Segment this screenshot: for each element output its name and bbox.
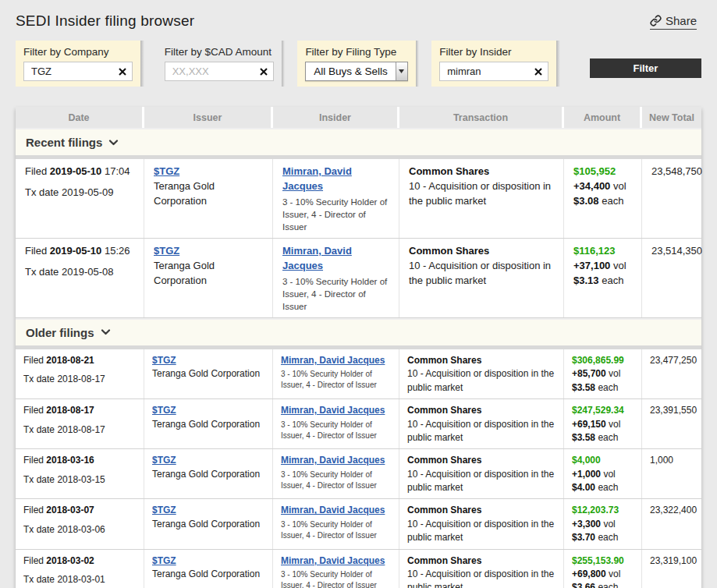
insider-role: 3 - 10% Security Holder of Issuer, 4 - D… <box>281 519 391 541</box>
filed-line: Filed 2018-03-07 <box>23 504 136 517</box>
issuer-name: Teranga Gold Corporation <box>152 418 264 431</box>
amount-value: $4,000 <box>572 454 634 467</box>
insider-link[interactable]: Mimran, David Jacques <box>281 355 385 366</box>
new-total-value: 23,514,350 <box>651 244 692 259</box>
clear-amount-button[interactable] <box>257 68 268 76</box>
cell-date: Filed 2019-05-10 15:26 Tx date 2019-05-0… <box>16 239 144 317</box>
filter-card-shadow <box>416 41 420 87</box>
new-total-value: 23,319,100 <box>650 554 694 568</box>
cell-transaction: Common Shares 10 - Acquisition or dispos… <box>399 159 564 238</box>
share-label: Share <box>666 14 697 27</box>
filter-card-shadow <box>282 41 286 87</box>
filter-company-label: Filter by Company <box>23 46 133 58</box>
ticker-link[interactable]: $TGZ <box>152 355 176 366</box>
insider-link[interactable]: Mimran, David Jacques <box>281 405 385 416</box>
clear-insider-button[interactable] <box>531 68 542 76</box>
new-total-value: 1,000 <box>650 454 694 467</box>
share-link[interactable]: Share <box>650 14 697 30</box>
price-line: $3.58 each <box>572 381 634 395</box>
insider-link[interactable]: Mimran, David Jacques <box>281 555 385 566</box>
cell-insider: Mimran, David Jacques 3 - 10% Security H… <box>273 349 399 398</box>
cell-amount: $247,529.34 +69,150 vol $3.58 each <box>564 399 642 448</box>
cell-issuer: $TGZ Teranga Gold Corporation <box>144 550 273 588</box>
cell-new-total: 1,000 <box>642 449 701 498</box>
security-name: Common Shares <box>407 404 555 417</box>
cell-insider: Mimran, David Jacques 3 - 10% Security H… <box>273 399 399 448</box>
cell-issuer: $TGZ Teranga Gold Corporation <box>144 239 273 317</box>
new-total-value: 23,391,550 <box>650 404 694 417</box>
chevron-down-icon <box>101 329 111 335</box>
filing-type-select[interactable]: All Buys & Sells <box>305 62 407 81</box>
cell-new-total: 23,548,750 <box>642 159 701 238</box>
insider-link[interactable]: Mimran, David Jacques <box>281 455 385 466</box>
ticker-link[interactable]: $TGZ <box>152 455 176 466</box>
cell-new-total: 23,391,550 <box>642 399 701 448</box>
table-row: Filed 2018-03-02 Tx date 2018-03-01 $TGZ… <box>16 550 701 588</box>
filing-type-value: All Buys & Sells <box>306 62 395 80</box>
company-input[interactable] <box>30 65 115 78</box>
section-header[interactable]: Recent filings <box>16 128 701 159</box>
insider-role: 3 - 10% Security Holder of Issuer, 4 - D… <box>281 420 391 441</box>
volume-line: +1,000 vol <box>572 468 634 481</box>
table-row: Filed 2019-05-10 17:04 Tx date 2019-05-0… <box>16 159 701 239</box>
volume-line: +69,150 vol <box>572 418 634 431</box>
filter-card-shadow <box>556 41 560 87</box>
amount-value: $12,203.73 <box>572 504 634 517</box>
volume-line: +37,100 vol <box>573 259 632 274</box>
x-icon <box>534 68 542 76</box>
amount-input[interactable] <box>171 65 257 78</box>
tx-date-line: Tx date 2018-08-17 <box>23 423 136 437</box>
cell-new-total: 23,477,250 <box>642 349 701 398</box>
cell-date: Filed 2018-03-02 Tx date 2018-03-01 <box>16 550 144 588</box>
cell-transaction: Common Shares 10 - Acquisition or dispos… <box>399 349 564 398</box>
transaction-type: 10 - Acquisition or disposition in the p… <box>409 259 554 289</box>
security-name: Common Shares <box>407 454 555 467</box>
clear-company-button[interactable] <box>115 68 126 76</box>
insider-role: 3 - 10% Security Holder of Issuer, 4 - D… <box>281 569 391 588</box>
table-row: Filed 2018-03-07 Tx date 2018-03-06 $TGZ… <box>16 499 701 549</box>
table-row: Filed 2018-08-17 Tx date 2018-08-17 $TGZ… <box>16 399 701 449</box>
ticker-link[interactable]: $TGZ <box>152 405 176 416</box>
section-label: Older filings <box>26 326 94 339</box>
insider-role: 3 - 10% Security Holder of Issuer, 4 - D… <box>282 275 389 313</box>
price-line: $4.00 each <box>572 481 634 494</box>
filed-line: Filed 2018-08-21 <box>23 354 136 367</box>
ticker-link[interactable]: $TGZ <box>154 245 179 257</box>
insider-link[interactable]: Mimran, David Jacques <box>282 165 352 192</box>
filter-button[interactable]: Filter <box>590 58 701 78</box>
tx-date-line: Tx date 2018-03-06 <box>23 523 136 537</box>
section-header[interactable]: Older filings <box>16 318 701 349</box>
caret-down-icon <box>399 69 404 73</box>
insider-role: 3 - 10% Security Holder of Issuer, 4 - D… <box>281 469 391 491</box>
cell-amount: $306,865.99 +85,700 vol $3.58 each <box>564 349 642 398</box>
issuer-name: Teranga Gold Corporation <box>152 518 264 531</box>
tx-date-line: Tx date 2018-08-17 <box>23 373 136 386</box>
column-header-amount: Amount <box>564 107 642 128</box>
insider-link[interactable]: Mimran, David Jacques <box>282 245 352 271</box>
insider-role: 3 - 10% Security Holder of Issuer, 4 - D… <box>281 369 391 391</box>
cell-amount: $116,123 +37,100 vol $3.13 each <box>564 239 642 317</box>
topbar: SEDI Insider filing browser Share <box>0 0 717 30</box>
filter-type-label: Filter by Filing Type <box>305 46 407 58</box>
ticker-link[interactable]: $TGZ <box>152 505 176 515</box>
security-name: Common Shares <box>407 554 555 568</box>
insider-link[interactable]: Mimran, David Jacques <box>281 505 385 515</box>
cell-insider: Mimran, David Jacques 3 - 10% Security H… <box>273 159 399 238</box>
issuer-name: Teranga Gold Corporation <box>152 568 264 581</box>
filings-table-body: Recent filings Filed 2019-05-10 17:04 Tx… <box>16 128 701 588</box>
cell-date: Filed 2018-08-17 Tx date 2018-08-17 <box>16 399 144 448</box>
filter-card-shadow <box>140 41 144 87</box>
transaction-type: 10 - Acquisition or disposition in the p… <box>407 367 555 395</box>
tx-date-line: Tx date 2019-05-09 <box>25 186 134 200</box>
ticker-link[interactable]: $TGZ <box>154 165 179 177</box>
issuer-name: Teranga Gold Corporation <box>154 259 263 289</box>
cell-amount: $12,203.73 +3,300 vol $3.70 each <box>564 499 642 548</box>
ticker-link[interactable]: $TGZ <box>152 555 176 566</box>
table-header-row: Date Issuer Insider Transaction Amount N… <box>16 107 701 128</box>
page-title: SEDI Insider filing browser <box>16 12 194 30</box>
insider-input[interactable] <box>445 65 531 78</box>
filter-amount-label: Filter by $CAD Amount <box>165 46 274 58</box>
insider-role: 3 - 10% Security Holder of Issuer, 4 - D… <box>282 196 389 233</box>
filed-line: Filed 2019-05-10 17:04 <box>25 165 134 179</box>
cell-amount: $105,952 +34,400 vol $3.08 each <box>564 159 642 238</box>
